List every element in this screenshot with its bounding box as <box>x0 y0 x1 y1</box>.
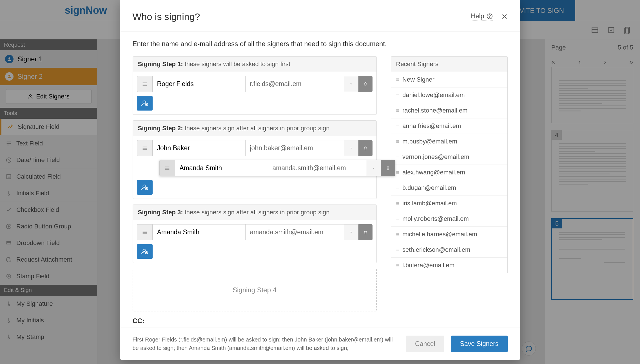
recent-signer-item[interactable]: ≡anna.fries@email.em <box>391 118 507 134</box>
signer-name-input[interactable] <box>175 160 268 176</box>
signer-email-input[interactable] <box>246 140 344 156</box>
signing-step-1: Signing Step 1: these signers will be as… <box>133 56 377 115</box>
drag-handle-icon[interactable] <box>137 224 153 240</box>
recent-signer-label: anna.fries@email.em <box>402 122 461 130</box>
recent-signer-item[interactable]: ≡seth.erickson@email.em <box>391 242 507 258</box>
step-header: Signing Step 3: these signers sign after… <box>133 205 376 220</box>
recent-signer-label: l.butera@email.em <box>402 262 454 269</box>
grip-icon: ≡ <box>396 170 399 176</box>
recent-signer-item[interactable]: ≡l.butera@email.em <box>391 258 507 273</box>
recent-signer-label: rachel.stone@email.em <box>402 107 467 114</box>
signing-modal: Who is signing? Help ✕ Enter the name an… <box>120 0 520 360</box>
help-label: Help <box>471 12 484 20</box>
delete-signer-button[interactable] <box>381 160 395 176</box>
modal-title: Who is signing? <box>133 11 200 22</box>
recent-signer-item[interactable]: ≡b.dugan@email.em <box>391 180 507 196</box>
save-signers-button[interactable]: Save Signers <box>451 336 508 352</box>
recent-signer-item[interactable]: ≡daniel.lowe@email.em <box>391 87 507 103</box>
cancel-button[interactable]: Cancel <box>406 336 444 352</box>
svg-point-47 <box>143 249 145 251</box>
grip-icon: ≡ <box>396 154 399 160</box>
delete-signer-button[interactable] <box>358 140 373 156</box>
signer-row <box>137 224 373 240</box>
modal-instruction: Enter the name and e-mail address of all… <box>133 40 508 48</box>
grip-icon: ≡ <box>396 77 399 83</box>
grip-icon: ≡ <box>396 247 399 253</box>
signer-dropdown-button[interactable] <box>344 224 358 240</box>
svg-point-30 <box>143 101 145 103</box>
recent-signer-item[interactable]: ≡molly.roberts@email.em <box>391 211 507 227</box>
recent-signer-label: vernon.jones@email.em <box>402 153 469 161</box>
drag-handle-icon[interactable] <box>137 76 153 92</box>
grip-icon: ≡ <box>396 201 399 206</box>
add-signer-button[interactable] <box>137 180 153 195</box>
grip-icon: ≡ <box>396 185 399 191</box>
grip-icon: ≡ <box>396 123 399 129</box>
signer-dropdown-button[interactable] <box>344 76 358 92</box>
add-signer-button[interactable] <box>137 244 153 259</box>
signer-name-input[interactable] <box>153 140 246 156</box>
delete-signer-button[interactable] <box>358 76 373 92</box>
recent-signer-item[interactable]: ≡iris.lamb@email.em <box>391 196 507 211</box>
signer-email-input[interactable] <box>268 160 367 176</box>
recent-signer-label: m.busby@email.em <box>402 138 457 145</box>
signer-email-input[interactable] <box>246 224 344 240</box>
signer-name-input[interactable] <box>153 76 246 92</box>
recent-signer-label: daniel.lowe@email.em <box>402 91 465 99</box>
recent-signers-header: Recent Signers <box>391 56 508 72</box>
drag-handle-icon[interactable] <box>137 140 153 156</box>
delete-signer-button[interactable] <box>358 224 373 240</box>
help-link[interactable]: Help <box>471 12 492 21</box>
signer-row <box>159 160 395 176</box>
recent-signer-item[interactable]: ≡michelle.barnes@email.em <box>391 227 507 242</box>
recent-signer-item[interactable]: ≡vernon.jones@email.em <box>391 149 507 165</box>
signer-email-input[interactable] <box>246 76 344 92</box>
recent-signer-label: seth.erickson@email.em <box>402 246 470 253</box>
svg-point-26 <box>489 17 490 18</box>
recent-signer-label: michelle.barnes@email.em <box>402 231 477 238</box>
recent-signer-label: b.dugan@email.em <box>402 184 456 192</box>
signer-name-input[interactable] <box>153 224 246 240</box>
drag-handle-icon[interactable] <box>159 160 175 176</box>
cc-label: CC: <box>133 317 377 325</box>
add-signer-button[interactable] <box>137 96 153 111</box>
signer-row <box>137 140 373 156</box>
recent-signer-item[interactable]: ≡rachel.stone@email.em <box>391 103 507 118</box>
svg-point-40 <box>143 185 145 187</box>
signing-step-3: Signing Step 3: these signers sign after… <box>133 205 377 263</box>
recent-signer-label: molly.roberts@email.em <box>402 215 469 223</box>
signer-row <box>137 76 373 92</box>
step-header: Signing Step 1: these signers will be as… <box>133 57 376 72</box>
close-icon[interactable]: ✕ <box>501 12 508 21</box>
grip-icon: ≡ <box>396 262 399 268</box>
step-header: Signing Step 2: these signers sign after… <box>133 121 376 136</box>
signing-step-2: Signing Step 2: these signers sign after… <box>133 120 377 199</box>
recent-signer-item[interactable]: ≡alex.hwang@email.em <box>391 165 507 180</box>
recent-signer-item[interactable]: ≡m.busby@email.em <box>391 134 507 149</box>
grip-icon: ≡ <box>396 139 399 145</box>
signing-summary: First Roger Fields (r.fields@email.em) w… <box>133 335 400 352</box>
signer-dropdown-button[interactable] <box>344 140 358 156</box>
recent-signer-label: alex.hwang@email.em <box>402 169 465 176</box>
signer-dropdown-button[interactable] <box>367 160 381 176</box>
recent-signer-label: New Signer <box>402 76 434 83</box>
grip-icon: ≡ <box>396 232 399 237</box>
help-icon <box>487 13 493 19</box>
grip-icon: ≡ <box>396 216 399 222</box>
grip-icon: ≡ <box>396 92 399 98</box>
signing-step-dropzone[interactable]: Signing Step 4 <box>133 269 377 311</box>
grip-icon: ≡ <box>396 108 399 114</box>
recent-signer-label: iris.lamb@email.em <box>402 200 457 207</box>
recent-signer-item[interactable]: ≡New Signer <box>391 72 507 87</box>
